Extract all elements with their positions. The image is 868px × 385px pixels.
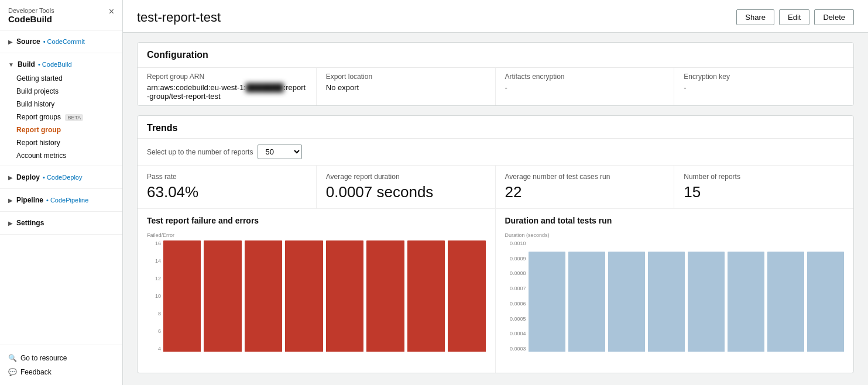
bar-4: [285, 240, 323, 352]
metric-avg-cases-value: 22: [505, 183, 665, 201]
metric-num-reports-value: 15: [684, 183, 844, 201]
sidebar-item-report-group[interactable]: Report group: [0, 123, 122, 136]
bar-7: [407, 240, 445, 352]
failure-chart-container: Test report failure and errors Failed/Er…: [138, 209, 496, 373]
config-export: Export location No export: [317, 68, 496, 105]
sidebar-title: CodeBuild: [8, 14, 54, 24]
sidebar-section-build: ▼ Build • CodeBuild Getting started Buil…: [0, 53, 122, 166]
search-icon: 🔍: [8, 354, 17, 362]
dur-bar-8: [807, 252, 844, 352]
config-key-label: Encryption key: [684, 73, 844, 81]
metric-num-reports-label: Number of reports: [684, 173, 844, 181]
metric-avg-cases: Average number of test cases run 22: [496, 166, 675, 208]
config-key-value: -: [684, 83, 844, 92]
sidebar-item-getting-started[interactable]: Getting started: [0, 72, 122, 85]
sidebar-dev-tools-label: Developer Tools: [8, 7, 54, 14]
config-export-value: No export: [326, 83, 486, 92]
chevron-right-icon: ▶: [8, 39, 13, 45]
trends-card: Trends Select up to the number of report…: [137, 115, 854, 373]
beta-badge: BETA: [65, 114, 83, 121]
source-section-sub: • CodeCommit: [43, 38, 85, 45]
go-to-resource-label: Go to resource: [20, 354, 67, 362]
feedback-label: Feedback: [20, 368, 52, 376]
sidebar-item-report-groups[interactable]: Report groups BETA: [0, 111, 122, 123]
sidebar-footer-go-to-resource[interactable]: 🔍 Go to resource: [8, 351, 114, 365]
trends-control: Select up to the number of reports 10 20…: [138, 139, 853, 166]
header-actions: Share Edit Delete: [736, 9, 854, 25]
build-section-name: Build: [18, 60, 35, 68]
metric-pass-rate: Pass rate 63.04%: [138, 166, 317, 208]
chevron-down-icon: ▼: [8, 61, 14, 68]
settings-section-name: Settings: [16, 219, 44, 227]
dur-bar-6: [728, 252, 764, 352]
edit-button[interactable]: Edit: [779, 9, 809, 25]
config-arn-label: Report group ARN: [147, 73, 307, 81]
trends-header: Trends: [138, 116, 853, 139]
config-key: Encryption key -: [674, 68, 853, 105]
failure-chart-title: Test report failure and errors: [147, 216, 486, 225]
sidebar-section-deploy: ▶ Deploy • CodeDeploy: [0, 166, 122, 189]
chevron-right-icon-pipeline: ▶: [8, 197, 13, 204]
sidebar: Developer Tools CodeBuild × ▶ Source • C…: [0, 0, 123, 385]
duration-chart-area: 0.0003 0.0004 0.0005 0.0006 0.0007 0.000…: [505, 240, 845, 352]
metric-avg-duration: Average report duration 0.0007 seconds: [317, 166, 496, 208]
page-title: test-report-test: [137, 10, 221, 25]
sidebar-footer-feedback[interactable]: 💬 Feedback: [8, 365, 114, 379]
failure-chart-wrapper: Failed/Error 4 6 8 10 12 14 16: [147, 232, 486, 361]
sidebar-item-build-history[interactable]: Build history: [0, 98, 122, 111]
sidebar-section-pipeline-header[interactable]: ▶ Pipeline • CodePipeline: [0, 192, 122, 208]
sidebar-header: Developer Tools CodeBuild ×: [0, 0, 122, 30]
configuration-card: Configuration Report group ARN arn:aws:c…: [137, 42, 854, 106]
sidebar-item-account-metrics[interactable]: Account metrics: [0, 149, 122, 162]
sidebar-item-build-projects[interactable]: Build projects: [0, 85, 122, 98]
metric-avg-duration-label: Average report duration: [326, 173, 486, 181]
sidebar-footer: 🔍 Go to resource 💬 Feedback: [0, 345, 122, 385]
dur-bar-7: [767, 252, 804, 352]
dur-bar-3: [608, 252, 645, 352]
duration-chart-wrapper: Duration (seconds) 0.0003 0.0004 0.0005 …: [505, 232, 845, 361]
configuration-title: Configuration: [147, 50, 844, 60]
configuration-grid: Report group ARN arn:aws:codebuild:eu-we…: [138, 68, 853, 105]
dur-bar-2: [568, 252, 605, 352]
trends-select[interactable]: 10 20 50 100: [258, 145, 302, 159]
configuration-card-header: Configuration: [138, 43, 853, 68]
sidebar-section-source: ▶ Source • CodeCommit: [0, 30, 122, 53]
bar-6: [366, 240, 404, 352]
delete-button[interactable]: Delete: [814, 9, 854, 25]
pipeline-section-name: Pipeline: [16, 196, 43, 204]
failure-chart-y-label: Failed/Error: [147, 232, 486, 238]
config-arn-blurred: ███████: [246, 83, 283, 92]
metrics-row: Pass rate 63.04% Average report duration…: [138, 166, 853, 209]
share-button[interactable]: Share: [736, 9, 774, 25]
duration-chart-title: Duration and total tests run: [505, 216, 845, 225]
bar-3: [245, 240, 282, 352]
metric-avg-duration-value: 0.0007 seconds: [326, 183, 486, 201]
dur-bar-5: [688, 252, 725, 352]
failure-y-axis: 4 6 8 10 12 14 16: [147, 240, 163, 352]
sidebar-section-source-header[interactable]: ▶ Source • CodeCommit: [0, 34, 122, 49]
feedback-icon: 💬: [8, 368, 17, 376]
trends-select-label: Select up to the number of reports: [147, 148, 253, 156]
sidebar-section-settings-header[interactable]: ▶ Settings: [0, 215, 122, 231]
config-arn-value: arn:aws:codebuild:eu-west-1:███████:repo…: [147, 83, 307, 101]
bar-2: [204, 240, 241, 352]
metric-avg-cases-label: Average number of test cases run: [505, 173, 665, 181]
sidebar-item-report-history[interactable]: Report history: [0, 136, 122, 149]
config-encryption-label: Artifacts encryption: [505, 73, 665, 81]
config-export-label: Export location: [326, 73, 486, 81]
content-area: Configuration Report group ARN arn:aws:c…: [123, 33, 868, 385]
sidebar-close-button[interactable]: ×: [109, 7, 114, 16]
sidebar-section-settings: ▶ Settings: [0, 212, 122, 235]
sidebar-section-deploy-header[interactable]: ▶ Deploy • CodeDeploy: [0, 170, 122, 185]
duration-chart-container: Duration and total tests run Duration (s…: [496, 209, 854, 373]
deploy-section-name: Deploy: [16, 173, 40, 181]
pipeline-section-sub: • CodePipeline: [46, 197, 88, 204]
duration-y-axis: 0.0003 0.0004 0.0005 0.0006 0.0007 0.000…: [505, 240, 529, 352]
bar-1: [163, 240, 201, 352]
bar-8: [448, 240, 485, 352]
main-content: test-report-test Share Edit Delete Confi…: [123, 0, 868, 385]
deploy-section-sub: • CodeDeploy: [43, 174, 82, 181]
sidebar-section-build-header[interactable]: ▼ Build • CodeBuild: [0, 57, 122, 72]
sidebar-section-pipeline: ▶ Pipeline • CodePipeline: [0, 189, 122, 212]
metric-pass-rate-value: 63.04%: [147, 183, 307, 201]
